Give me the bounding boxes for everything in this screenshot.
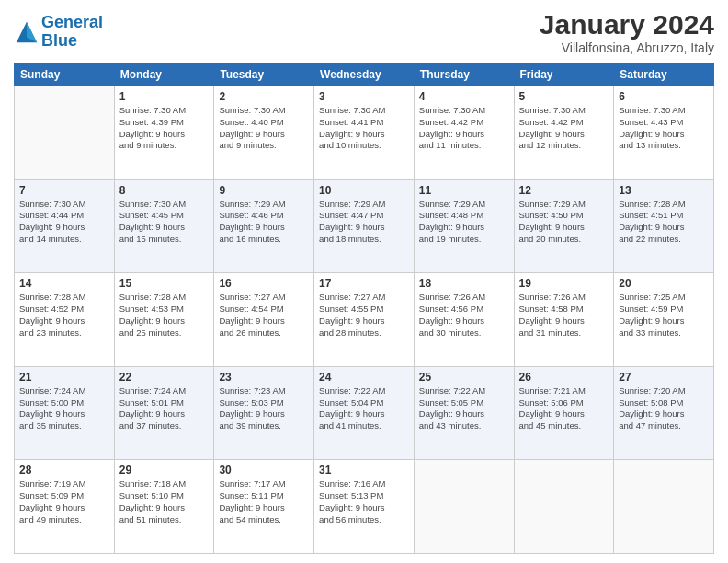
week-row-1: 1Sunrise: 7:30 AM Sunset: 4:39 PM Daylig… xyxy=(15,86,714,180)
week-row-3: 14Sunrise: 7:28 AM Sunset: 4:52 PM Dayli… xyxy=(15,273,714,367)
cell-day-number: 19 xyxy=(519,277,609,290)
calendar-cell: 27Sunrise: 7:20 AM Sunset: 5:08 PM Dayli… xyxy=(614,366,714,460)
calendar-cell: 29Sunrise: 7:18 AM Sunset: 5:10 PM Dayli… xyxy=(114,460,214,554)
week-row-4: 21Sunrise: 7:24 AM Sunset: 5:00 PM Dayli… xyxy=(15,366,714,460)
calendar-table: Sunday Monday Tuesday Wednesday Thursday… xyxy=(14,63,714,554)
calendar-cell: 8Sunrise: 7:30 AM Sunset: 4:45 PM Daylig… xyxy=(114,179,214,273)
cell-info: Sunrise: 7:25 AM Sunset: 4:59 PM Dayligh… xyxy=(619,292,709,339)
calendar-cell xyxy=(414,460,514,554)
calendar-cell: 16Sunrise: 7:27 AM Sunset: 4:54 PM Dayli… xyxy=(214,273,314,367)
cell-day-number: 30 xyxy=(219,464,309,477)
logo: General Blue xyxy=(14,14,103,51)
cell-day-number: 25 xyxy=(419,371,509,384)
cell-info: Sunrise: 7:30 AM Sunset: 4:41 PM Dayligh… xyxy=(319,105,409,152)
calendar-cell: 23Sunrise: 7:23 AM Sunset: 5:03 PM Dayli… xyxy=(214,366,314,460)
col-thursday: Thursday xyxy=(414,63,514,86)
cell-day-number: 18 xyxy=(419,277,509,290)
cell-info: Sunrise: 7:30 AM Sunset: 4:42 PM Dayligh… xyxy=(519,105,609,152)
calendar-cell: 31Sunrise: 7:16 AM Sunset: 5:13 PM Dayli… xyxy=(314,460,415,554)
calendar-title: January 2024 xyxy=(540,9,714,40)
calendar-cell: 12Sunrise: 7:29 AM Sunset: 4:50 PM Dayli… xyxy=(514,179,614,273)
logo-icon xyxy=(14,19,40,45)
cell-day-number: 7 xyxy=(19,184,109,197)
cell-info: Sunrise: 7:29 AM Sunset: 4:48 PM Dayligh… xyxy=(419,199,509,246)
col-friday: Friday xyxy=(514,63,614,86)
cell-info: Sunrise: 7:30 AM Sunset: 4:43 PM Dayligh… xyxy=(619,105,709,152)
cell-info: Sunrise: 7:29 AM Sunset: 4:47 PM Dayligh… xyxy=(319,199,409,246)
cell-info: Sunrise: 7:29 AM Sunset: 4:46 PM Dayligh… xyxy=(219,199,309,246)
calendar-cell: 1Sunrise: 7:30 AM Sunset: 4:39 PM Daylig… xyxy=(114,86,214,180)
cell-info: Sunrise: 7:30 AM Sunset: 4:39 PM Dayligh… xyxy=(119,105,210,152)
calendar-cell: 13Sunrise: 7:28 AM Sunset: 4:51 PM Dayli… xyxy=(614,179,714,273)
calendar-cell: 7Sunrise: 7:30 AM Sunset: 4:44 PM Daylig… xyxy=(15,179,115,273)
calendar-cell: 18Sunrise: 7:26 AM Sunset: 4:56 PM Dayli… xyxy=(414,273,514,367)
calendar-cell xyxy=(614,460,714,554)
calendar-cell: 21Sunrise: 7:24 AM Sunset: 5:00 PM Dayli… xyxy=(15,366,115,460)
col-saturday: Saturday xyxy=(614,63,714,86)
cell-day-number: 6 xyxy=(619,90,709,103)
cell-day-number: 15 xyxy=(119,277,210,290)
calendar-cell: 2Sunrise: 7:30 AM Sunset: 4:40 PM Daylig… xyxy=(214,86,314,180)
calendar-cell: 9Sunrise: 7:29 AM Sunset: 4:46 PM Daylig… xyxy=(214,179,314,273)
title-block: January 2024 Villalfonsina, Abruzzo, Ita… xyxy=(540,9,714,55)
cell-info: Sunrise: 7:21 AM Sunset: 5:06 PM Dayligh… xyxy=(519,385,609,432)
cell-day-number: 21 xyxy=(19,371,109,384)
logo-text: General Blue xyxy=(41,14,103,51)
cell-info: Sunrise: 7:30 AM Sunset: 4:40 PM Dayligh… xyxy=(219,105,309,152)
calendar-cell: 24Sunrise: 7:22 AM Sunset: 5:04 PM Dayli… xyxy=(314,366,415,460)
cell-day-number: 2 xyxy=(219,90,309,103)
calendar-cell: 14Sunrise: 7:28 AM Sunset: 4:52 PM Dayli… xyxy=(15,273,115,367)
cell-info: Sunrise: 7:28 AM Sunset: 4:53 PM Dayligh… xyxy=(119,292,210,339)
calendar-cell: 28Sunrise: 7:19 AM Sunset: 5:09 PM Dayli… xyxy=(15,460,115,554)
col-wednesday: Wednesday xyxy=(314,63,415,86)
calendar-cell: 10Sunrise: 7:29 AM Sunset: 4:47 PM Dayli… xyxy=(314,179,415,273)
calendar-cell xyxy=(514,460,614,554)
cell-day-number: 13 xyxy=(619,184,709,197)
week-row-5: 28Sunrise: 7:19 AM Sunset: 5:09 PM Dayli… xyxy=(15,460,714,554)
cell-info: Sunrise: 7:17 AM Sunset: 5:11 PM Dayligh… xyxy=(219,478,309,525)
cell-info: Sunrise: 7:26 AM Sunset: 4:58 PM Dayligh… xyxy=(519,292,609,339)
cell-info: Sunrise: 7:29 AM Sunset: 4:50 PM Dayligh… xyxy=(519,199,609,246)
week-row-2: 7Sunrise: 7:30 AM Sunset: 4:44 PM Daylig… xyxy=(15,179,714,273)
cell-info: Sunrise: 7:30 AM Sunset: 4:42 PM Dayligh… xyxy=(419,105,509,152)
cell-day-number: 4 xyxy=(419,90,509,103)
calendar-subtitle: Villalfonsina, Abruzzo, Italy xyxy=(540,40,714,55)
cell-info: Sunrise: 7:30 AM Sunset: 4:45 PM Dayligh… xyxy=(119,199,210,246)
cell-day-number: 11 xyxy=(419,184,509,197)
cell-day-number: 8 xyxy=(119,184,210,197)
calendar-cell: 15Sunrise: 7:28 AM Sunset: 4:53 PM Dayli… xyxy=(114,273,214,367)
calendar-cell: 5Sunrise: 7:30 AM Sunset: 4:42 PM Daylig… xyxy=(514,86,614,180)
header-row: Sunday Monday Tuesday Wednesday Thursday… xyxy=(15,63,714,86)
cell-info: Sunrise: 7:20 AM Sunset: 5:08 PM Dayligh… xyxy=(619,385,709,432)
cell-info: Sunrise: 7:22 AM Sunset: 5:05 PM Dayligh… xyxy=(419,385,509,432)
cell-day-number: 31 xyxy=(319,464,409,477)
cell-day-number: 17 xyxy=(319,277,409,290)
col-sunday: Sunday xyxy=(15,63,115,86)
cell-info: Sunrise: 7:24 AM Sunset: 5:00 PM Dayligh… xyxy=(19,385,109,432)
cell-info: Sunrise: 7:23 AM Sunset: 5:03 PM Dayligh… xyxy=(219,385,309,432)
col-monday: Monday xyxy=(114,63,214,86)
cell-day-number: 27 xyxy=(619,371,709,384)
calendar-cell: 6Sunrise: 7:30 AM Sunset: 4:43 PM Daylig… xyxy=(614,86,714,180)
cell-info: Sunrise: 7:22 AM Sunset: 5:04 PM Dayligh… xyxy=(319,385,409,432)
cell-info: Sunrise: 7:18 AM Sunset: 5:10 PM Dayligh… xyxy=(119,478,210,525)
calendar-cell: 26Sunrise: 7:21 AM Sunset: 5:06 PM Dayli… xyxy=(514,366,614,460)
cell-info: Sunrise: 7:28 AM Sunset: 4:52 PM Dayligh… xyxy=(19,292,109,339)
cell-info: Sunrise: 7:28 AM Sunset: 4:51 PM Dayligh… xyxy=(619,199,709,246)
calendar-cell: 11Sunrise: 7:29 AM Sunset: 4:48 PM Dayli… xyxy=(414,179,514,273)
calendar-cell: 3Sunrise: 7:30 AM Sunset: 4:41 PM Daylig… xyxy=(314,86,415,180)
page: General Blue January 2024 Villalfonsina,… xyxy=(0,0,728,563)
calendar-header: Sunday Monday Tuesday Wednesday Thursday… xyxy=(15,63,714,86)
calendar-cell: 25Sunrise: 7:22 AM Sunset: 5:05 PM Dayli… xyxy=(414,366,514,460)
col-tuesday: Tuesday xyxy=(214,63,314,86)
cell-day-number: 16 xyxy=(219,277,309,290)
calendar-cell: 20Sunrise: 7:25 AM Sunset: 4:59 PM Dayli… xyxy=(614,273,714,367)
cell-info: Sunrise: 7:26 AM Sunset: 4:56 PM Dayligh… xyxy=(419,292,509,339)
calendar-body: 1Sunrise: 7:30 AM Sunset: 4:39 PM Daylig… xyxy=(15,86,714,554)
cell-info: Sunrise: 7:27 AM Sunset: 4:55 PM Dayligh… xyxy=(319,292,409,339)
cell-info: Sunrise: 7:16 AM Sunset: 5:13 PM Dayligh… xyxy=(319,478,409,525)
cell-day-number: 12 xyxy=(519,184,609,197)
calendar-cell: 22Sunrise: 7:24 AM Sunset: 5:01 PM Dayli… xyxy=(114,366,214,460)
cell-day-number: 26 xyxy=(519,371,609,384)
cell-day-number: 5 xyxy=(519,90,609,103)
